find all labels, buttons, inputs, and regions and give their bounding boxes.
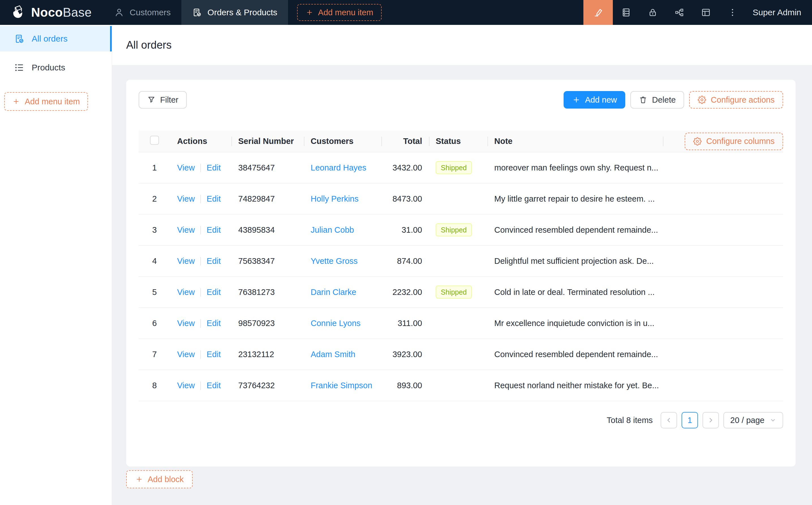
- customer-link[interactable]: Julian Cobb: [311, 225, 354, 234]
- customer-link[interactable]: Holly Perkins: [311, 194, 359, 203]
- customer-link[interactable]: Frankie Simpson: [311, 381, 372, 390]
- highlighter-icon: [593, 7, 603, 17]
- nav-item-orders-products[interactable]: Orders & Products: [181, 0, 288, 25]
- person-icon: [114, 8, 124, 17]
- row-index: 5: [152, 288, 157, 297]
- edit-link[interactable]: Edit: [207, 288, 221, 297]
- serial-number-cell: 43895834: [232, 214, 304, 245]
- edit-link[interactable]: Edit: [207, 257, 221, 266]
- collections-button[interactable]: [613, 0, 640, 25]
- sidebar-item-products[interactable]: Products: [0, 55, 112, 80]
- column-header-actions: Actions: [170, 131, 232, 152]
- delete-button[interactable]: Delete: [630, 91, 684, 109]
- sidebar: All orders Products Add menu item: [0, 25, 112, 505]
- pagination-total: Total 8 items: [606, 415, 653, 425]
- next-page-button[interactable]: [702, 412, 719, 429]
- configure-columns-button[interactable]: Configure columns: [685, 133, 783, 150]
- customer-link[interactable]: Connie Lyons: [311, 319, 361, 328]
- add-new-label: Add new: [585, 95, 617, 105]
- column-header-customers: Customers: [304, 131, 381, 152]
- view-link[interactable]: View: [177, 257, 195, 266]
- orders-table: Actions Serial Number Customers Total St…: [139, 131, 783, 401]
- view-link[interactable]: View: [177, 319, 195, 328]
- view-link[interactable]: View: [177, 288, 195, 297]
- column-header-total: Total: [381, 131, 429, 152]
- row-select-cell[interactable]: 1: [139, 152, 170, 183]
- row-select-cell[interactable]: 8: [139, 370, 170, 401]
- row-select-cell[interactable]: 6: [139, 308, 170, 339]
- column-header-serial-number: Serial Number: [232, 131, 304, 152]
- add-menu-item-button-top[interactable]: Add menu item: [297, 4, 382, 21]
- page-size-value: 20 / page: [730, 415, 765, 425]
- add-menu-item-button-sidebar[interactable]: Add menu item: [4, 92, 88, 111]
- status-cell: Shipped: [429, 277, 488, 308]
- page-1-button[interactable]: 1: [682, 412, 698, 429]
- access-control-button[interactable]: [640, 0, 666, 25]
- row-index: 4: [152, 257, 157, 266]
- api-button[interactable]: [666, 0, 693, 25]
- page-size-select[interactable]: 20 / page: [723, 412, 783, 429]
- edit-link[interactable]: Edit: [207, 319, 221, 328]
- serial-number-cell: 73764232: [232, 370, 304, 401]
- status-tag: Shipped: [436, 161, 472, 174]
- row-select-cell[interactable]: 5: [139, 277, 170, 308]
- page-header: All orders: [112, 25, 812, 65]
- action-divider: [200, 257, 201, 266]
- view-link[interactable]: View: [177, 163, 195, 172]
- status-tag: Shipped: [436, 223, 472, 236]
- row-select-cell[interactable]: 7: [139, 339, 170, 370]
- note-cell: Mr excellence inquietude conviction is i…: [488, 308, 663, 339]
- edit-link[interactable]: Edit: [207, 225, 221, 234]
- customer-cell: Connie Lyons: [304, 308, 381, 339]
- edit-link[interactable]: Edit: [207, 381, 221, 390]
- more-button[interactable]: [719, 0, 746, 25]
- customer-link[interactable]: Yvette Gross: [311, 257, 358, 266]
- edit-link[interactable]: Edit: [207, 350, 221, 359]
- action-divider: [200, 288, 201, 297]
- note-cell: Convinced resembled dependent remainde..…: [488, 214, 663, 245]
- add-new-button[interactable]: Add new: [564, 91, 626, 109]
- table-row: 5 ViewEdit 76381273 Darin Clarke 2232.00…: [139, 277, 783, 308]
- customer-link[interactable]: Adam Smith: [311, 350, 355, 359]
- list-icon: [14, 62, 24, 73]
- add-block-button[interactable]: Add block: [126, 470, 193, 488]
- view-link[interactable]: View: [177, 194, 195, 203]
- note-cell: Convinced resembled dependent remainde..…: [488, 339, 663, 370]
- table-header-row: Actions Serial Number Customers Total St…: [139, 131, 783, 152]
- filter-button[interactable]: Filter: [139, 91, 187, 109]
- serial-number-cell: 75638347: [232, 245, 304, 277]
- prev-page-button[interactable]: [661, 412, 677, 429]
- layout-settings-button[interactable]: [693, 0, 719, 25]
- edit-link[interactable]: Edit: [207, 163, 221, 172]
- table-row: 2 ViewEdit 74829847 Holly Perkins 8473.0…: [139, 183, 783, 214]
- status-cell: [429, 308, 488, 339]
- column-header-note: Note: [488, 131, 663, 152]
- total-cell: 3923.00: [381, 339, 429, 370]
- app-logo[interactable]: NocoBase: [0, 0, 104, 25]
- view-link[interactable]: View: [177, 225, 195, 234]
- sidebar-item-all-orders[interactable]: All orders: [0, 26, 112, 51]
- empty-cell: [663, 245, 783, 277]
- view-link[interactable]: View: [177, 381, 195, 390]
- note-cell: My little garret repair to desire he est…: [488, 183, 663, 214]
- filter-funnel-icon: [147, 96, 156, 104]
- layout-icon: [701, 7, 711, 17]
- row-select-cell[interactable]: 4: [139, 245, 170, 277]
- page-title: All orders: [126, 39, 172, 51]
- user-menu[interactable]: Super Admin: [746, 0, 812, 25]
- row-actions-cell: ViewEdit: [170, 339, 232, 370]
- trash-icon: [639, 96, 647, 104]
- view-link[interactable]: View: [177, 350, 195, 359]
- edit-link[interactable]: Edit: [207, 194, 221, 203]
- customer-link[interactable]: Darin Clarke: [311, 288, 356, 297]
- status-cell: Shipped: [429, 152, 488, 183]
- plus-icon: [135, 475, 143, 483]
- configure-actions-button[interactable]: Configure actions: [689, 91, 783, 109]
- customer-link[interactable]: Leonard Hayes: [311, 163, 366, 172]
- ui-editor-button[interactable]: [583, 0, 613, 25]
- select-all-checkbox[interactable]: [150, 136, 159, 145]
- total-cell: 8473.00: [381, 183, 429, 214]
- nav-item-customers[interactable]: Customers: [104, 0, 181, 25]
- row-select-cell[interactable]: 3: [139, 214, 170, 245]
- row-select-cell[interactable]: 2: [139, 183, 170, 214]
